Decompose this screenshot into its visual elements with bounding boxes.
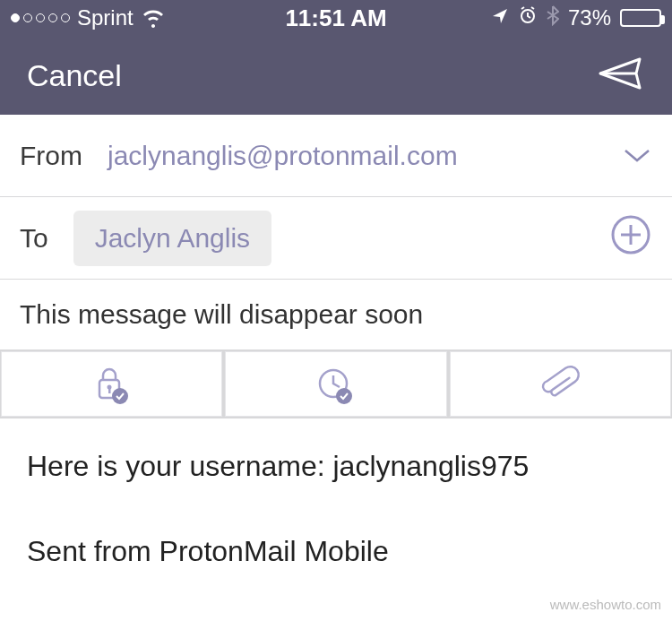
clock-icon bbox=[314, 362, 358, 407]
message-body[interactable]: Here is your username: jaclynanglis975 S… bbox=[0, 418, 672, 621]
alarm-icon bbox=[518, 5, 538, 30]
attachment-button[interactable] bbox=[450, 351, 671, 417]
plus-circle-icon bbox=[609, 213, 652, 256]
chevron-down-icon[interactable] bbox=[622, 141, 652, 171]
send-button[interactable] bbox=[597, 54, 645, 97]
expiration-button[interactable] bbox=[225, 351, 446, 417]
paperclip-icon bbox=[538, 362, 582, 407]
svg-point-10 bbox=[336, 388, 352, 404]
to-row[interactable]: To Jaclyn Anglis bbox=[0, 197, 672, 280]
battery-icon bbox=[620, 9, 661, 27]
watermark: www.eshowto.com bbox=[550, 597, 661, 612]
cancel-button[interactable]: Cancel bbox=[27, 58, 122, 93]
wifi-icon bbox=[141, 8, 166, 28]
svg-point-8 bbox=[112, 388, 128, 404]
from-label: From bbox=[20, 141, 82, 171]
send-icon bbox=[597, 54, 645, 93]
from-row[interactable]: From jaclynanglis@protonmail.com bbox=[0, 115, 672, 197]
status-bar: Sprint 11:51 AM 73% bbox=[0, 0, 672, 36]
from-value: jaclynanglis@protonmail.com bbox=[108, 141, 622, 171]
status-left: Sprint bbox=[11, 5, 228, 30]
status-time: 11:51 AM bbox=[228, 4, 444, 32]
signal-dots-icon bbox=[11, 13, 70, 22]
svg-rect-7 bbox=[108, 388, 111, 393]
nav-bar: Cancel bbox=[0, 36, 672, 115]
subject-text: This message will disappear soon bbox=[20, 299, 423, 329]
location-icon bbox=[491, 5, 509, 30]
subject-field[interactable]: This message will disappear soon bbox=[0, 280, 672, 350]
status-right: 73% bbox=[444, 4, 661, 31]
lock-icon bbox=[90, 362, 134, 407]
to-label: To bbox=[20, 223, 48, 254]
encryption-button[interactable] bbox=[1, 351, 222, 417]
battery-pct: 73% bbox=[568, 5, 611, 30]
add-contact-button[interactable] bbox=[609, 213, 652, 263]
carrier-label: Sprint bbox=[77, 5, 134, 30]
body-line-1: Here is your username: jaclynanglis975 bbox=[27, 444, 645, 489]
body-signature: Sent from ProtonMail Mobile bbox=[27, 529, 645, 574]
bluetooth-icon bbox=[547, 4, 559, 31]
recipient-chip[interactable]: Jaclyn Anglis bbox=[73, 211, 271, 266]
compose-toolbar bbox=[0, 350, 672, 418]
